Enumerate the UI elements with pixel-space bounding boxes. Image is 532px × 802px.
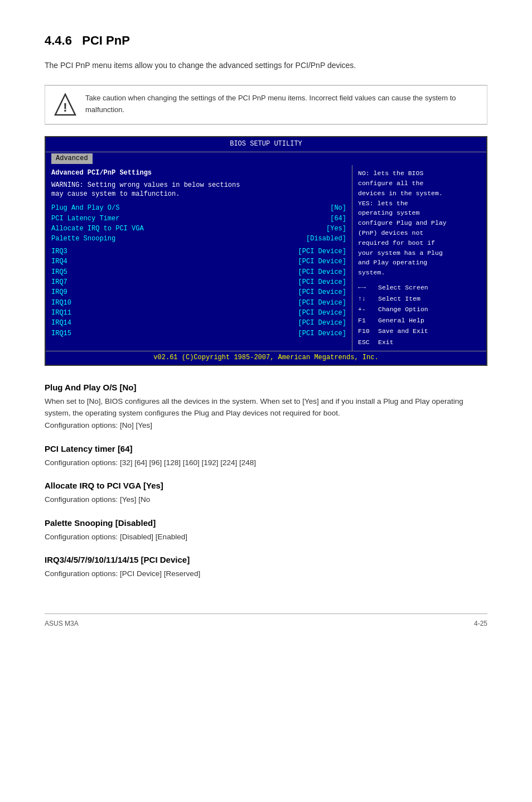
- bios-irq-item: IRQ15[PCI Device]: [51, 329, 346, 339]
- subsection-title: IRQ3/4/5/7/9/10/11/14/15 [PCI Device]: [45, 555, 487, 564]
- bios-nav-item: ↑↓Select Item: [358, 293, 481, 305]
- intro-text: The PCI PnP menu items allow you to chan…: [45, 59, 487, 71]
- bios-body: Advanced PCI/PnP Settings WARNING: Setti…: [46, 165, 486, 351]
- bios-item-label: Palette Snooping: [51, 234, 163, 244]
- bios-irq-item: IRQ4[PCI Device]: [51, 257, 346, 267]
- section-title: 4.4.6 PCI PnP: [45, 33, 487, 48]
- bios-screenshot: BIOS SETUP UTILITY Advanced Advanced PCI…: [45, 136, 487, 365]
- bios-irq-label: IRQ3: [51, 247, 163, 257]
- bios-irq-value: [PCI Device]: [298, 268, 346, 277]
- bios-nav-item: ←→Select Screen: [358, 282, 481, 293]
- bios-nav: ←→Select Screen↑↓Select Item+-Change Opt…: [358, 282, 481, 347]
- bios-item-value: [Disabled]: [306, 234, 346, 244]
- subsection-body: Configuration options: [32] [64] [96] [1…: [45, 457, 487, 469]
- bios-nav-key: ←→: [358, 282, 375, 293]
- bios-irq-value: [PCI Device]: [298, 318, 346, 328]
- bios-nav-key: ↑↓: [358, 293, 375, 305]
- subsection-body: Configuration options: [Disabled] [Enabl…: [45, 531, 487, 543]
- bios-help-text: NO: lets the BIOSconfigure all thedevice…: [358, 168, 481, 278]
- bios-irq-item: IRQ7[PCI Device]: [51, 278, 346, 287]
- bios-main-item: Allocate IRQ to PCI VGA[Yes]: [51, 224, 346, 234]
- subsection-body: When set to [No], BIOS configures all th…: [45, 395, 487, 432]
- bios-title: BIOS SETUP UTILITY: [46, 137, 486, 152]
- bios-irq-value: [PCI Device]: [298, 278, 346, 287]
- bios-section-header: Advanced PCI/PnP Settings: [51, 168, 346, 178]
- subsection: IRQ3/4/5/7/9/10/11/14/15 [PCI Device]Con…: [45, 555, 487, 580]
- bios-tab-row: Advanced: [46, 152, 486, 165]
- bios-warning: WARNING: Setting wrong values in below s…: [51, 181, 346, 200]
- warning-text: Take caution when changing the settings …: [85, 93, 478, 116]
- bios-irq-label: IRQ11: [51, 308, 163, 318]
- bios-help-line: configure all the: [358, 178, 481, 189]
- bios-help-line: configure Plug and Play: [358, 218, 481, 228]
- bios-nav-desc: General Help: [378, 315, 424, 326]
- bios-item-label: PCI Latency Timer: [51, 214, 163, 224]
- bios-nav-desc: Save and Exit: [378, 326, 428, 337]
- bios-main-item: Plug And Play O/S[No]: [51, 204, 346, 213]
- footer-right: 4-25: [474, 620, 487, 627]
- bios-help-line: operating system: [358, 208, 481, 218]
- bios-left-panel: Advanced PCI/PnP Settings WARNING: Setti…: [46, 165, 352, 351]
- bios-irq-value: [PCI Device]: [298, 247, 346, 257]
- bios-irq-item: IRQ10[PCI Device]: [51, 298, 346, 308]
- warning-box: ! Take caution when changing the setting…: [45, 85, 487, 125]
- subsection: PCI Latency timer [64]Configuration opti…: [45, 444, 487, 469]
- bios-item-label: Allocate IRQ to PCI VGA: [51, 224, 163, 234]
- bios-irq-label: IRQ15: [51, 329, 163, 339]
- bios-irq-label: IRQ10: [51, 298, 163, 308]
- subsection-title: Plug And Play O/S [No]: [45, 383, 487, 392]
- bios-irq-label: IRQ5: [51, 268, 163, 277]
- bios-irq-items: IRQ3[PCI Device]IRQ4[PCI Device]IRQ5[PCI…: [51, 247, 346, 339]
- bios-nav-key: F1: [358, 315, 375, 326]
- bios-help-line: NO: lets the BIOS: [358, 168, 481, 178]
- bios-irq-label: IRQ7: [51, 278, 163, 287]
- bios-footer: v02.61 (C)Copyright 1985-2007, American …: [46, 351, 486, 364]
- warning-icon: !: [54, 93, 76, 117]
- bios-irq-value: [PCI Device]: [298, 329, 346, 339]
- subsection-title: PCI Latency timer [64]: [45, 444, 487, 453]
- bios-nav-key: ESC: [358, 337, 375, 348]
- bios-nav-item: F1General Help: [358, 315, 481, 326]
- bios-irq-item: IRQ5[PCI Device]: [51, 268, 346, 277]
- subsection-body: Configuration options: [PCI Device] [Res…: [45, 568, 487, 580]
- bios-nav-desc: Select Screen: [378, 282, 428, 293]
- bios-irq-value: [PCI Device]: [298, 308, 346, 318]
- bios-main-item: Palette Snooping[Disabled]: [51, 234, 346, 244]
- bios-nav-item: ESCExit: [358, 337, 481, 348]
- subsection-title: Allocate IRQ to PCI VGA [Yes]: [45, 481, 487, 490]
- bios-nav-item: +-Change Option: [358, 304, 481, 315]
- subsections-container: Plug And Play O/S [No]When set to [No], …: [45, 383, 487, 580]
- svg-text:!: !: [63, 100, 67, 114]
- bios-irq-label: IRQ9: [51, 288, 163, 297]
- bios-irq-value: [PCI Device]: [298, 288, 346, 297]
- bios-nav-desc: Exit: [378, 337, 394, 348]
- bios-irq-item: IRQ14[PCI Device]: [51, 318, 346, 328]
- bios-help-line: and Play operating: [358, 258, 481, 268]
- subsection: Palette Snooping [Disabled]Configuration…: [45, 518, 487, 543]
- bios-nav-item: F10Save and Exit: [358, 326, 481, 337]
- bios-nav-key: F10: [358, 326, 375, 337]
- subsection-title: Palette Snooping [Disabled]: [45, 518, 487, 528]
- bios-help-line: your system has a Plug: [358, 248, 481, 258]
- subsection: Plug And Play O/S [No]When set to [No], …: [45, 383, 487, 432]
- bios-main-item: PCI Latency Timer[64]: [51, 214, 346, 224]
- subsection: Allocate IRQ to PCI VGA [Yes]Configurati…: [45, 481, 487, 506]
- bios-nav-key: +-: [358, 304, 375, 315]
- bios-item-label: Plug And Play O/S: [51, 204, 163, 213]
- bios-nav-desc: Change Option: [378, 304, 428, 315]
- bios-help-line: (PnP) devices not: [358, 228, 481, 238]
- bios-irq-item: IRQ3[PCI Device]: [51, 247, 346, 257]
- bios-irq-item: IRQ11[PCI Device]: [51, 308, 346, 318]
- bios-help-line: required for boot if: [358, 238, 481, 248]
- bios-help-line: YES: lets the: [358, 199, 481, 209]
- bios-tab-advanced: Advanced: [51, 153, 93, 164]
- bios-nav-desc: Select Item: [378, 293, 420, 305]
- page-footer: ASUS M3A 4-25: [45, 613, 487, 627]
- bios-item-value: [64]: [330, 214, 346, 224]
- bios-irq-label: IRQ4: [51, 257, 163, 267]
- section-header: 4.4.6 PCI PnP The PCI PnP menu items all…: [45, 33, 487, 71]
- bios-help-line: devices in the system.: [358, 189, 481, 199]
- subsection-body: Configuration options: [Yes] [No: [45, 494, 487, 506]
- bios-main-items: Plug And Play O/S[No]PCI Latency Timer[6…: [51, 204, 346, 244]
- footer-left: ASUS M3A: [45, 620, 79, 627]
